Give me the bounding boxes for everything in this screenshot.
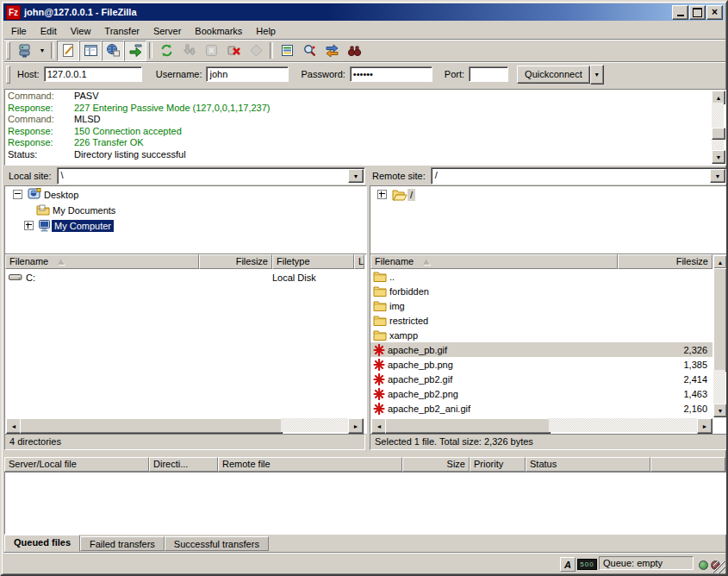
scrollbar-thumb[interactable] [712, 128, 725, 140]
cancel-current-operation-button[interactable] [200, 41, 222, 61]
file-row-selected[interactable]: apache_pb.gif 2,326 [370, 342, 712, 357]
queue-column-priority[interactable]: Priority [470, 457, 526, 472]
remote-horizontal-scrollbar[interactable]: ◄ ► [371, 418, 712, 432]
file-row[interactable]: restricted [370, 313, 712, 328]
remote-status-text: Selected 1 file. Total size: 2,326 bytes [375, 436, 533, 447]
scrollbar-track[interactable] [713, 370, 725, 405]
local-horizontal-scrollbar[interactable]: ◄ ► [6, 418, 364, 432]
host-input[interactable] [44, 66, 142, 82]
toggle-local-tree-button[interactable] [79, 41, 102, 61]
window-resize-grip[interactable] [713, 561, 725, 573]
scrollbar-track[interactable] [549, 418, 699, 432]
queue-column-size[interactable]: Size [402, 457, 470, 472]
file-row[interactable]: apache_pb.png 1,385 [370, 357, 712, 372]
message-log[interactable]: Command:PASV Response:227 Entering Passi… [4, 89, 727, 166]
menu-help[interactable]: Help [249, 24, 283, 38]
queue-column-direction[interactable]: Directi... [149, 457, 218, 472]
scroll-down-button[interactable]: ▼ [712, 150, 725, 164]
tree-item-my-computer[interactable]: My Computer [5, 217, 366, 233]
scroll-down-button[interactable]: ▼ [713, 404, 727, 417]
toolbar-gripper[interactable] [6, 41, 10, 59]
minimize-button[interactable] [672, 5, 688, 20]
file-row[interactable]: forbidden [370, 284, 712, 298]
close-button[interactable]: × [706, 5, 723, 20]
menu-transfer[interactable]: Transfer [97, 24, 146, 38]
file-row-c-drive[interactable]: C: Local Disk [5, 270, 364, 285]
site-manager-button[interactable] [14, 41, 36, 61]
column-label: Filesize [676, 256, 708, 266]
app-icon[interactable]: Fz [6, 5, 21, 20]
queue-column-blank[interactable] [650, 457, 725, 472]
column-header-filesize[interactable]: Filesize [199, 254, 272, 269]
directory-listing-filters-button[interactable] [276, 41, 298, 61]
file-row[interactable]: apache_pb2.png 1,463 [370, 386, 712, 401]
tab-queued-files[interactable]: Queued files [4, 535, 80, 552]
disconnect-button[interactable] [222, 41, 245, 61]
column-header-last-modified[interactable]: L [354, 254, 364, 269]
remote-site-value: / [435, 170, 438, 180]
directory-comparison-button[interactable] [320, 41, 343, 61]
menu-file[interactable]: File [4, 24, 34, 38]
toggle-transfer-queue-button[interactable] [124, 41, 146, 61]
menu-edit[interactable]: Edit [34, 24, 64, 38]
toggle-message-log-button[interactable] [57, 41, 79, 61]
port-input[interactable] [469, 66, 508, 82]
scroll-right-button[interactable]: ► [348, 418, 364, 434]
scrollbar-track[interactable] [281, 418, 350, 432]
menu-bookmarks[interactable]: Bookmarks [188, 24, 249, 38]
tab-failed-transfers[interactable]: Failed transfers [80, 536, 165, 551]
quickconnect-gripper[interactable] [6, 66, 10, 84]
file-row[interactable]: .. [370, 269, 712, 284]
scrollbar-thumb[interactable] [713, 268, 727, 372]
file-row[interactable]: img [370, 298, 712, 313]
transfer-queue-header: Server/Local file Directi... Remote file… [4, 457, 725, 472]
quickconnect-dropdown-button[interactable]: ▼ [590, 65, 604, 85]
expand-icon[interactable] [377, 190, 387, 199]
collapse-icon[interactable] [13, 190, 22, 199]
speed-limit-badge-icon[interactable]: 500 [577, 559, 597, 570]
queue-column-status[interactable]: Status [526, 457, 650, 472]
process-queue-button[interactable] [177, 41, 200, 61]
tree-item-desktop[interactable]: Desktop [5, 186, 366, 202]
username-input[interactable] [206, 66, 289, 82]
file-row[interactable]: xampp [370, 328, 712, 342]
tree-item-root[interactable]: / [370, 186, 728, 202]
column-header-filetype[interactable]: Filetype [272, 254, 354, 269]
quickconnect-button[interactable]: Quickconnect [517, 66, 590, 84]
toggle-remote-tree-button[interactable] [102, 41, 124, 61]
remote-vertical-scrollbar[interactable]: ▲ ▼ [713, 255, 727, 417]
queue-column-remote-file[interactable]: Remote file [218, 457, 402, 472]
transfer-queue-list[interactable] [4, 472, 727, 535]
file-search-button[interactable] [298, 41, 320, 61]
log-line: Command:MLSD [5, 114, 726, 126]
column-header-filename[interactable]: Filename [370, 254, 618, 269]
queue-column-server-local-file[interactable]: Server/Local file [4, 457, 149, 472]
menu-server[interactable]: Server [146, 24, 188, 38]
scroll-up-button[interactable]: ▲ [713, 255, 727, 269]
log-vertical-scrollbar[interactable]: ▲ ▼ [712, 91, 725, 164]
column-header-filename[interactable]: Filename [5, 254, 199, 269]
file-row[interactable]: apache_pb2_ani.gif 2,160 [370, 401, 712, 416]
password-input[interactable] [350, 66, 432, 82]
transfer-type-indicator-icon[interactable]: A [560, 557, 576, 572]
local-site-combo[interactable]: \ ▼ [57, 167, 365, 185]
remote-site-combo[interactable]: / ▼ [431, 167, 727, 185]
tab-successful-transfers[interactable]: Successful transfers [165, 536, 269, 551]
maximize-button[interactable] [689, 5, 706, 20]
site-manager-icon [17, 43, 33, 59]
scrollbar-thumb[interactable] [385, 418, 551, 434]
expand-icon[interactable] [24, 221, 34, 230]
scroll-right-button[interactable]: ► [697, 418, 712, 434]
tree-item-my-documents[interactable]: My Documents [5, 202, 366, 217]
menu-view[interactable]: View [64, 24, 98, 38]
abort-button[interactable] [245, 41, 267, 61]
file-row[interactable]: apache_pb2.gif 2,414 [370, 372, 712, 386]
remote-site-dropdown-button[interactable]: ▼ [710, 169, 725, 183]
column-header-filesize[interactable]: Filesize [618, 254, 712, 269]
local-site-dropdown-button[interactable]: ▼ [348, 169, 364, 183]
site-manager-dropdown-button[interactable]: ▼ [36, 41, 48, 60]
scrollbar-track[interactable] [712, 103, 724, 129]
refresh-button[interactable] [155, 41, 177, 61]
find-files-button[interactable] [343, 41, 365, 61]
scrollbar-thumb[interactable] [20, 418, 283, 434]
